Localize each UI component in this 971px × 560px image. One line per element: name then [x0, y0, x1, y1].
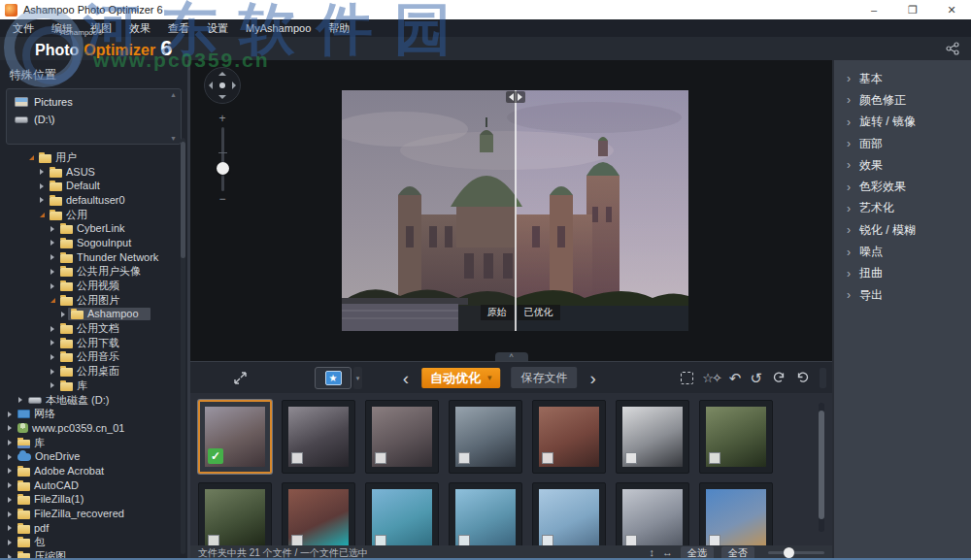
tree-item[interactable]: 网络 — [0, 407, 187, 421]
pan-control[interactable] — [204, 67, 241, 104]
tree-collapsed-arrow-icon[interactable] — [5, 525, 15, 531]
tree-collapsed-arrow-icon[interactable] — [37, 183, 47, 189]
tree-collapsed-arrow-icon[interactable] — [5, 554, 15, 560]
checkbox[interactable] — [709, 535, 720, 545]
panel-section[interactable]: ›面部 — [834, 133, 971, 154]
pan-down-icon[interactable] — [218, 95, 226, 99]
checkbox[interactable] — [709, 452, 720, 464]
tree-item-body[interactable]: 库 — [57, 379, 90, 392]
resize-vertical-icon[interactable]: ↕ — [650, 547, 655, 558]
tree-collapsed-arrow-icon[interactable] — [48, 254, 57, 260]
thumbnail-coastline[interactable] — [449, 482, 522, 545]
tree-item-body[interactable]: CyberLink — [57, 222, 128, 235]
tree-item[interactable]: 公用图片 — [0, 293, 187, 308]
tree-item-body[interactable]: Thunder Network — [57, 251, 161, 264]
tree-item-body[interactable]: 库 — [15, 437, 48, 449]
tree-item-body[interactable]: 公用音乐 — [57, 350, 122, 363]
panel-section[interactable]: ›导出 — [834, 284, 971, 306]
tree-item-body[interactable]: defaultuser0 — [47, 194, 128, 207]
panel-section[interactable]: ›锐化 / 模糊 — [834, 219, 971, 241]
tree-item[interactable]: Ashampoo — [0, 308, 187, 322]
tree-item-body[interactable]: 本地磁盘 (D:) — [25, 394, 112, 407]
thumbnail-scrollbar-thumb[interactable] — [819, 411, 824, 519]
tree-collapsed-arrow-icon[interactable] — [5, 412, 15, 417]
pan-up-icon[interactable] — [218, 72, 226, 76]
tree-collapsed-arrow-icon[interactable] — [48, 354, 57, 360]
tree-collapsed-arrow-icon[interactable] — [5, 497, 15, 503]
checkbox[interactable] — [458, 452, 470, 464]
tree-item[interactable]: 公用 — [0, 208, 187, 222]
pan-left-icon[interactable] — [209, 82, 213, 89]
tree-item[interactable]: 本地磁盘 (D:) — [0, 393, 187, 408]
thumbnail-waterfall-rocks[interactable] — [532, 400, 606, 474]
select-all-button[interactable]: 全选 — [681, 546, 714, 560]
tree-item[interactable]: pdf — [0, 521, 187, 536]
rotate-right-90-icon[interactable] — [795, 371, 811, 384]
auto-optimize-caret-icon[interactable]: ▾ — [487, 374, 492, 382]
checkbox[interactable] — [458, 535, 470, 545]
fullscreen-icon[interactable] — [233, 371, 248, 385]
tree-item[interactable]: Thunder Network — [0, 250, 187, 265]
tree-item[interactable]: 库 — [0, 436, 187, 450]
tree-collapsed-arrow-icon[interactable] — [48, 283, 57, 289]
menu-item[interactable]: 帮助 — [319, 19, 358, 37]
tree-item-body[interactable]: 公用文档 — [57, 322, 122, 335]
tree-item-body[interactable]: 公用 — [47, 209, 90, 221]
effects-stars-icon[interactable]: ☆✧ — [702, 372, 720, 384]
tree-collapsed-arrow-icon[interactable] — [5, 440, 15, 445]
zoom-out-icon[interactable]: − — [214, 194, 231, 204]
reset-icon[interactable]: ↺ — [750, 371, 762, 385]
tree-item-body[interactable]: www.pc0359.cn_01 — [15, 422, 127, 435]
tree-collapsed-arrow-icon[interactable] — [5, 454, 15, 460]
tree-collapsed-arrow-icon[interactable] — [5, 511, 15, 517]
tree-item[interactable]: Adobe Acrobat — [0, 464, 187, 478]
thumbnail-scrollbar[interactable] — [819, 403, 824, 532]
tree-collapsed-arrow-icon[interactable] — [16, 397, 25, 403]
checkbox[interactable] — [625, 452, 637, 464]
minimize-button[interactable]: – — [854, 0, 893, 19]
panel-section[interactable]: ›噪点 — [834, 241, 971, 262]
effect-preview-button[interactable]: ★ — [315, 367, 352, 389]
tree-item-body[interactable]: 公共用户头像 — [57, 265, 144, 278]
checkbox[interactable] — [625, 535, 637, 545]
tree-expanded-arrow-icon[interactable] — [48, 298, 57, 303]
scroll-down-icon[interactable]: ▼ — [170, 135, 177, 142]
thumbnail-machinery-wheel[interactable] — [365, 400, 439, 474]
checkbox[interactable] — [375, 535, 386, 545]
tree-item-body[interactable]: 公用桌面 — [57, 365, 122, 378]
tree-item[interactable]: 公用视频 — [0, 279, 187, 293]
panel-section[interactable]: ›艺术化 — [834, 198, 971, 219]
tree-item-body[interactable]: Default — [47, 180, 103, 192]
tree-item[interactable]: 公用下载 — [0, 336, 187, 350]
tree-item-body[interactable]: OneDrive — [15, 450, 83, 463]
tree-collapsed-arrow-icon[interactable] — [48, 382, 57, 388]
tree-item-body[interactable]: ASUS — [47, 166, 98, 179]
tree-item-body[interactable]: FileZilla(1) — [15, 493, 86, 506]
tree-item[interactable]: CyberLink — [0, 221, 187, 236]
toolbar-overflow-button[interactable] — [820, 368, 826, 388]
tree-item[interactable]: FileZilla_recovered — [0, 507, 187, 521]
tree-item[interactable]: 用户 — [0, 150, 187, 165]
thumbnail-lighthouse[interactable] — [532, 482, 606, 545]
thumbnail-sea-cave[interactable] — [282, 482, 355, 545]
tree-collapsed-arrow-icon[interactable] — [37, 197, 47, 203]
crop-select-icon[interactable] — [681, 372, 693, 384]
pan-center-icon[interactable] — [219, 82, 225, 88]
thumbnail-city-skyline[interactable] — [616, 400, 689, 474]
tree-item-body[interactable]: AutoCAD — [15, 479, 82, 492]
tree-item-body[interactable]: 包 — [15, 536, 48, 548]
tree-collapsed-arrow-icon[interactable] — [48, 240, 57, 246]
next-image-button[interactable]: › — [588, 369, 598, 387]
checkbox[interactable] — [542, 452, 553, 464]
tree-item[interactable]: ASUS — [0, 165, 187, 180]
checkbox[interactable] — [542, 535, 553, 545]
checkbox[interactable] — [375, 452, 386, 464]
tree-item[interactable]: www.pc0359.cn_01 — [0, 421, 187, 436]
tree-item[interactable]: OneDrive — [0, 449, 187, 464]
tree-collapsed-arrow-icon[interactable] — [48, 369, 57, 375]
tree-item-body[interactable]: 网络 — [15, 408, 58, 420]
select-none-button[interactable]: 全否 — [721, 546, 754, 560]
thumbnail-berlin-cathedral[interactable]: ✓ — [198, 400, 272, 474]
panel-section[interactable]: ›旋转 / 镜像 — [834, 112, 971, 133]
auto-optimize-button[interactable]: 自动优化 ▾ — [421, 368, 501, 388]
